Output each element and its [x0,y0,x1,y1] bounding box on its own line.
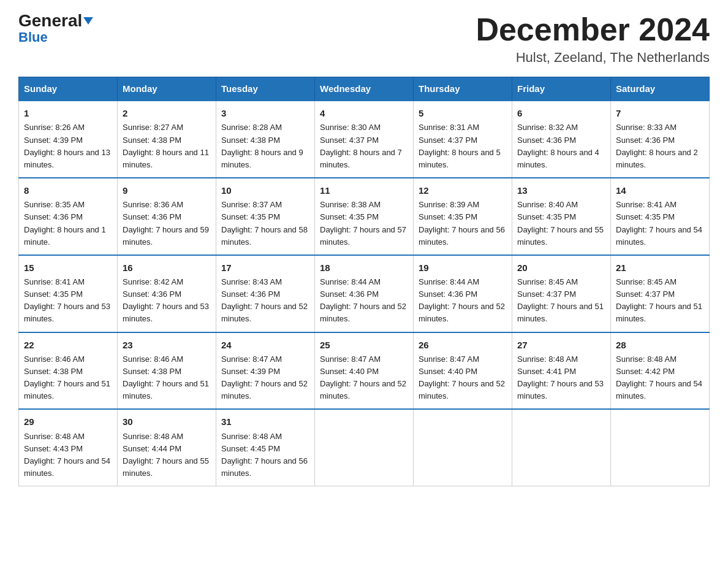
day-number: 5 [419,106,507,120]
day-info: Sunrise: 8:31 AMSunset: 4:37 PMDaylight:… [419,123,501,169]
table-row: 16 Sunrise: 8:42 AMSunset: 4:36 PMDaylig… [118,255,216,332]
calendar-week-row: 15 Sunrise: 8:41 AMSunset: 4:35 PMDaylig… [19,255,710,332]
day-info: Sunrise: 8:37 AMSunset: 4:35 PMDaylight:… [221,200,308,246]
day-info: Sunrise: 8:42 AMSunset: 4:36 PMDaylight:… [123,277,209,323]
day-info: Sunrise: 8:44 AMSunset: 4:36 PMDaylight:… [320,277,406,323]
day-number: 7 [616,106,704,120]
table-row [414,409,512,486]
day-number: 29 [24,415,112,429]
table-row: 24 Sunrise: 8:47 AMSunset: 4:39 PMDaylig… [216,332,315,410]
day-info: Sunrise: 8:39 AMSunset: 4:35 PMDaylight:… [419,200,505,246]
table-row: 3 Sunrise: 8:28 AMSunset: 4:38 PMDayligh… [216,101,315,178]
calendar-table: Sunday Monday Tuesday Wednesday Thursday… [18,77,710,486]
day-info: Sunrise: 8:40 AMSunset: 4:35 PMDaylight:… [517,200,604,246]
day-number: 2 [123,106,211,120]
table-row: 6 Sunrise: 8:32 AMSunset: 4:36 PMDayligh… [512,101,611,178]
day-info: Sunrise: 8:47 AMSunset: 4:39 PMDaylight:… [221,354,308,400]
day-number: 6 [517,106,605,120]
day-info: Sunrise: 8:41 AMSunset: 4:35 PMDaylight:… [24,277,110,323]
day-info: Sunrise: 8:30 AMSunset: 4:37 PMDaylight:… [320,123,402,169]
table-row [315,409,414,486]
month-title: December 2024 [476,12,710,47]
day-info: Sunrise: 8:33 AMSunset: 4:36 PMDaylight:… [616,123,698,169]
day-number: 4 [320,106,408,120]
table-row: 12 Sunrise: 8:39 AMSunset: 4:35 PMDaylig… [414,178,512,255]
day-number: 8 [24,183,112,197]
day-info: Sunrise: 8:46 AMSunset: 4:38 PMDaylight:… [123,354,209,400]
table-row: 5 Sunrise: 8:31 AMSunset: 4:37 PMDayligh… [414,101,512,178]
col-friday: Friday [512,77,611,101]
table-row: 28 Sunrise: 8:48 AMSunset: 4:42 PMDaylig… [611,332,710,410]
day-number: 1 [24,106,112,120]
day-info: Sunrise: 8:26 AMSunset: 4:39 PMDaylight:… [24,123,110,169]
table-row: 18 Sunrise: 8:44 AMSunset: 4:36 PMDaylig… [315,255,414,332]
day-number: 3 [221,106,309,120]
table-row: 30 Sunrise: 8:48 AMSunset: 4:44 PMDaylig… [118,409,216,486]
day-number: 28 [616,338,704,352]
table-row: 2 Sunrise: 8:27 AMSunset: 4:38 PMDayligh… [118,101,216,178]
calendar-week-row: 22 Sunrise: 8:46 AMSunset: 4:38 PMDaylig… [19,332,710,410]
day-info: Sunrise: 8:28 AMSunset: 4:38 PMDaylight:… [221,123,303,169]
table-row: 9 Sunrise: 8:36 AMSunset: 4:36 PMDayligh… [118,178,216,255]
day-number: 19 [419,261,507,275]
day-number: 18 [320,261,408,275]
logo: General Blue [18,12,93,45]
day-info: Sunrise: 8:48 AMSunset: 4:43 PMDaylight:… [24,432,110,478]
day-info: Sunrise: 8:32 AMSunset: 4:36 PMDaylight:… [517,123,599,169]
title-block: December 2024 Hulst, Zeeland, The Nether… [476,12,710,66]
table-row: 13 Sunrise: 8:40 AMSunset: 4:35 PMDaylig… [512,178,611,255]
day-info: Sunrise: 8:44 AMSunset: 4:36 PMDaylight:… [419,277,505,323]
table-row: 20 Sunrise: 8:45 AMSunset: 4:37 PMDaylig… [512,255,611,332]
day-number: 21 [616,261,704,275]
day-number: 30 [123,415,211,429]
day-info: Sunrise: 8:45 AMSunset: 4:37 PMDaylight:… [616,277,702,323]
table-row: 11 Sunrise: 8:38 AMSunset: 4:35 PMDaylig… [315,178,414,255]
day-number: 20 [517,261,605,275]
day-info: Sunrise: 8:48 AMSunset: 4:42 PMDaylight:… [616,354,702,400]
day-info: Sunrise: 8:43 AMSunset: 4:36 PMDaylight:… [221,277,308,323]
table-row: 15 Sunrise: 8:41 AMSunset: 4:35 PMDaylig… [19,255,118,332]
day-info: Sunrise: 8:46 AMSunset: 4:38 PMDaylight:… [24,354,110,400]
day-number: 22 [24,338,112,352]
day-number: 15 [24,261,112,275]
day-number: 26 [419,338,507,352]
day-info: Sunrise: 8:36 AMSunset: 4:36 PMDaylight:… [123,200,209,246]
table-row: 29 Sunrise: 8:48 AMSunset: 4:43 PMDaylig… [19,409,118,486]
table-row: 1 Sunrise: 8:26 AMSunset: 4:39 PMDayligh… [19,101,118,178]
table-row [611,409,710,486]
col-sunday: Sunday [19,77,118,101]
day-number: 11 [320,183,408,197]
page-header: General Blue December 2024 Hulst, Zeelan… [18,12,710,66]
day-number: 10 [221,183,309,197]
table-row: 25 Sunrise: 8:47 AMSunset: 4:40 PMDaylig… [315,332,414,410]
day-info: Sunrise: 8:48 AMSunset: 4:44 PMDaylight:… [123,432,209,478]
table-row: 22 Sunrise: 8:46 AMSunset: 4:38 PMDaylig… [19,332,118,410]
day-number: 14 [616,183,704,197]
table-row: 23 Sunrise: 8:46 AMSunset: 4:38 PMDaylig… [118,332,216,410]
table-row: 21 Sunrise: 8:45 AMSunset: 4:37 PMDaylig… [611,255,710,332]
table-row: 10 Sunrise: 8:37 AMSunset: 4:35 PMDaylig… [216,178,315,255]
day-number: 24 [221,338,309,352]
table-row [512,409,611,486]
day-number: 9 [123,183,211,197]
logo-blue: Blue [18,29,48,45]
day-number: 13 [517,183,605,197]
table-row: 19 Sunrise: 8:44 AMSunset: 4:36 PMDaylig… [414,255,512,332]
col-saturday: Saturday [611,77,710,101]
table-row: 17 Sunrise: 8:43 AMSunset: 4:36 PMDaylig… [216,255,315,332]
day-info: Sunrise: 8:47 AMSunset: 4:40 PMDaylight:… [320,354,406,400]
table-row: 31 Sunrise: 8:48 AMSunset: 4:45 PMDaylig… [216,409,315,486]
day-number: 31 [221,415,309,429]
day-info: Sunrise: 8:27 AMSunset: 4:38 PMDaylight:… [123,123,209,169]
day-info: Sunrise: 8:47 AMSunset: 4:40 PMDaylight:… [419,354,505,400]
table-row: 14 Sunrise: 8:41 AMSunset: 4:35 PMDaylig… [611,178,710,255]
calendar-header-row: Sunday Monday Tuesday Wednesday Thursday… [19,77,710,101]
col-tuesday: Tuesday [216,77,315,101]
table-row: 26 Sunrise: 8:47 AMSunset: 4:40 PMDaylig… [414,332,512,410]
day-number: 12 [419,183,507,197]
calendar-week-row: 8 Sunrise: 8:35 AMSunset: 4:36 PMDayligh… [19,178,710,255]
table-row: 27 Sunrise: 8:48 AMSunset: 4:41 PMDaylig… [512,332,611,410]
table-row: 8 Sunrise: 8:35 AMSunset: 4:36 PMDayligh… [19,178,118,255]
day-info: Sunrise: 8:48 AMSunset: 4:45 PMDaylight:… [221,432,308,478]
table-row: 7 Sunrise: 8:33 AMSunset: 4:36 PMDayligh… [611,101,710,178]
